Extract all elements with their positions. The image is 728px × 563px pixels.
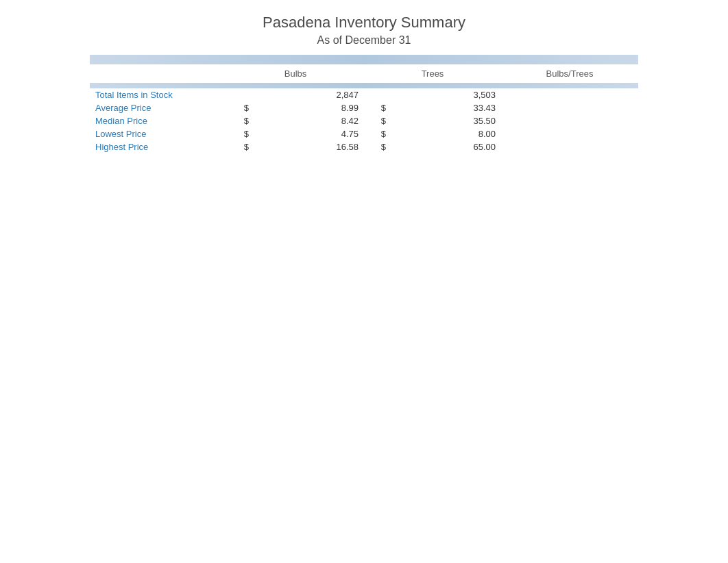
- col-header-trees: Trees: [364, 64, 501, 83]
- row-bt-currency-3: [501, 127, 529, 140]
- col-header-bulbs-trees: Bulbs/Trees: [501, 64, 638, 83]
- header-bar-bottom: [90, 83, 638, 88]
- row-label-median-price: Median Price: [90, 114, 227, 127]
- subtitle: As of December 31: [0, 34, 728, 47]
- row-trees-value-0: 3,503: [391, 88, 501, 101]
- row-bt-currency-0: [501, 88, 529, 101]
- row-trees-currency-2: $: [364, 114, 391, 127]
- row-bulbs-value-0: 2,847: [254, 88, 364, 101]
- row-bulbs-value-4: 16.58: [254, 140, 364, 153]
- table-row: Average Price $ 8.99 $ 33.43: [90, 101, 638, 114]
- main-title: Pasadena Inventory Summary: [0, 14, 728, 32]
- summary-table: Bulbs Trees Bulbs/Trees Total Items in S…: [90, 55, 638, 153]
- title-section: Pasadena Inventory Summary As of Decembe…: [0, 14, 728, 47]
- header-bar-top: [90, 55, 638, 64]
- row-bulbs-currency-4: $: [227, 140, 254, 153]
- row-label-total-items: Total Items in Stock: [90, 88, 227, 101]
- row-label-highest-price: Highest Price: [90, 140, 227, 153]
- row-trees-currency-3: $: [364, 127, 391, 140]
- row-trees-currency-0: [364, 88, 391, 101]
- col-header-bulbs: Bulbs: [227, 64, 364, 83]
- row-bt-value-1: [529, 101, 638, 114]
- row-bt-value-3: [529, 127, 638, 140]
- column-header-row: Bulbs Trees Bulbs/Trees: [90, 64, 638, 83]
- row-label-average-price: Average Price: [90, 101, 227, 114]
- row-bt-currency-2: [501, 114, 529, 127]
- row-bulbs-currency-3: $: [227, 127, 254, 140]
- table-row: Highest Price $ 16.58 $ 65.00: [90, 140, 638, 153]
- page-container: Pasadena Inventory Summary As of Decembe…: [0, 0, 728, 153]
- row-bulbs-value-2: 8.42: [254, 114, 364, 127]
- row-trees-value-3: 8.00: [391, 127, 501, 140]
- row-bulbs-currency-2: $: [227, 114, 254, 127]
- row-bulbs-currency-1: $: [227, 101, 254, 114]
- row-label-lowest-price: Lowest Price: [90, 127, 227, 140]
- table-row: Total Items in Stock 2,847 3,503: [90, 88, 638, 101]
- row-bt-currency-1: [501, 101, 529, 114]
- row-trees-currency-4: $: [364, 140, 391, 153]
- row-trees-value-1: 33.43: [391, 101, 501, 114]
- row-bulbs-value-1: 8.99: [254, 101, 364, 114]
- row-trees-value-2: 35.50: [391, 114, 501, 127]
- empty-header: [90, 64, 227, 83]
- row-bulbs-currency-0: [227, 88, 254, 101]
- row-bt-currency-4: [501, 140, 529, 153]
- table-row: Lowest Price $ 4.75 $ 8.00: [90, 127, 638, 140]
- table-wrapper: Bulbs Trees Bulbs/Trees Total Items in S…: [90, 55, 638, 153]
- row-bt-value-2: [529, 114, 638, 127]
- row-bt-value-4: [529, 140, 638, 153]
- row-bulbs-value-3: 4.75: [254, 127, 364, 140]
- table-row: Median Price $ 8.42 $ 35.50: [90, 114, 638, 127]
- row-trees-currency-1: $: [364, 101, 391, 114]
- row-trees-value-4: 65.00: [391, 140, 501, 153]
- row-bt-value-0: [529, 88, 638, 101]
